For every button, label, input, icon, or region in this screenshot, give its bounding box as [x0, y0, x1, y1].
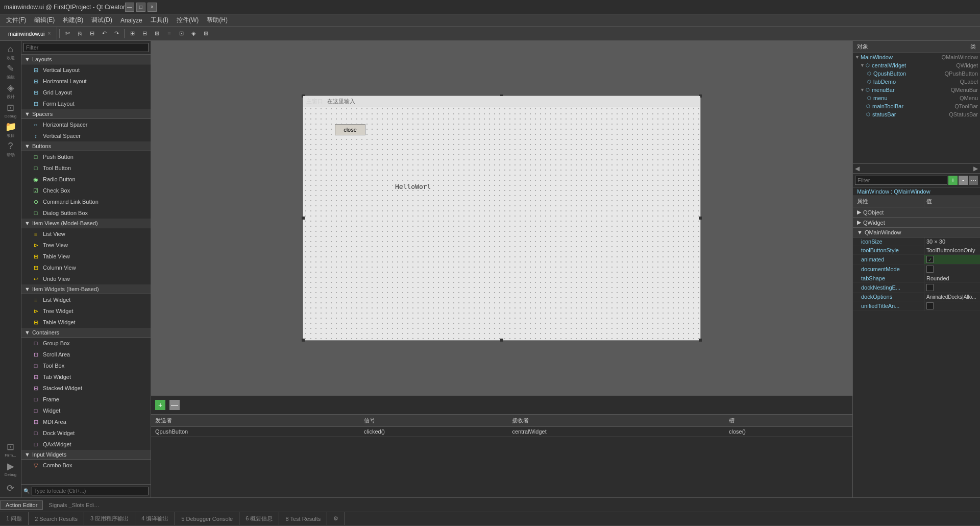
scroll-left-arrow[interactable]: ◀ — [855, 165, 860, 172]
status-compile-output[interactable]: 4 编译输出 — [135, 512, 175, 525]
sidebar-item-vertical-spacer[interactable]: ↕ Vertical Spacer — [21, 130, 151, 141]
scroll-right-arrow[interactable]: ▶ — [973, 165, 978, 172]
status-debugger-console[interactable]: 5 Debugger Console — [175, 512, 239, 525]
animated-checkbox[interactable] — [926, 256, 934, 263]
prop-value-docknestinge[interactable] — [924, 283, 980, 292]
activity-help[interactable]: ? 帮助 — [2, 140, 20, 158]
group-buttons[interactable]: ▼ Buttons — [21, 141, 151, 151]
group-input-widgets[interactable]: ▼ Input Widgets — [21, 450, 151, 460]
documentmode-checkbox[interactable] — [926, 266, 934, 273]
menu-help[interactable]: 帮助(H) — [203, 15, 232, 26]
filter-input[interactable] — [23, 43, 149, 52]
prop-value-iconsize[interactable]: 30 × 30 — [924, 237, 980, 246]
menu-analyze[interactable]: Analyze — [116, 16, 146, 25]
prop-remove-button[interactable]: - — [959, 176, 968, 185]
editor-tab-mainwindow[interactable]: mainwindow.ui × — [2, 27, 57, 40]
toolbar-btn-10[interactable]: ⊡ — [176, 28, 187, 39]
status-search-results[interactable]: 2 Search Results — [29, 512, 84, 525]
sidebar-item-table-widget[interactable]: ⊞ Table Widget — [21, 317, 151, 328]
maximize-button[interactable]: □ — [136, 3, 145, 12]
sidebar-item-scroll-area[interactable]: ⊡ Scroll Area — [21, 349, 151, 360]
activity-refresh[interactable]: ⟳ — [2, 479, 20, 497]
obj-row-centralwidget[interactable]: ▼ ⬡ centralWidget QWidget — [853, 61, 980, 69]
prop-value-dockoptions[interactable]: AnimatedDocks|Allo... — [924, 293, 980, 301]
group-containers[interactable]: ▼ Containers — [21, 328, 151, 338]
prop-value-unifiedtitlean[interactable] — [924, 301, 980, 310]
sidebar-item-group-box[interactable]: □ Group Box — [21, 338, 151, 349]
close-button[interactable]: × — [148, 3, 157, 12]
group-item-views[interactable]: ▼ Item Views (Model-Based) — [21, 219, 151, 228]
sidebar-item-list-widget[interactable]: ≡ List Widget — [21, 294, 151, 305]
obj-row-maintoolbar[interactable]: ⬡ mainToolBar QToolBar — [853, 102, 980, 110]
sidebar-item-widget[interactable]: □ Widget — [21, 405, 151, 416]
toolbar-btn-9[interactable]: ≡ — [163, 28, 175, 39]
sidebar-item-column-view[interactable]: ⊟ Column View — [21, 262, 151, 273]
toolbar-btn-11[interactable]: ◈ — [188, 28, 199, 39]
resize-handle-br[interactable] — [699, 339, 702, 342]
minimize-button[interactable]: — — [125, 3, 134, 12]
sidebar-item-horizontal-spacer[interactable]: ↔ Horizontal Spacer — [21, 119, 151, 130]
obj-row-qpushbutton[interactable]: ⬡ QpushButton QPushButton — [853, 69, 980, 78]
prop-value-tabshape[interactable]: Rounded — [924, 274, 980, 282]
prop-value-toolbuttonstyle[interactable]: ToolButtonIconOnly — [924, 246, 980, 254]
status-app-output[interactable]: 3 应用程序输出 — [84, 512, 135, 525]
sidebar-item-list-view[interactable]: ≡ List View — [21, 228, 151, 240]
obj-row-mainwindow[interactable]: ▼ MainWindow QMainWindow — [853, 53, 980, 61]
group-layouts[interactable]: ▼ Layouts — [21, 55, 151, 64]
sidebar-item-grid-layout[interactable]: ⊟ Grid Layout — [21, 87, 151, 98]
sidebar-item-dialog-button-box[interactable]: □ Dialog Button Box — [21, 207, 151, 219]
group-item-widgets[interactable]: ▼ Item Widgets (Item-Based) — [21, 284, 151, 294]
sidebar-item-table-view[interactable]: ⊞ Table View — [21, 251, 151, 262]
sidebar-item-tool-button[interactable]: □ Tool Button — [21, 162, 151, 174]
toolbar-btn-6[interactable]: ⊞ — [127, 28, 138, 39]
sidebar-item-tool-box[interactable]: □ Tool Box — [21, 360, 151, 371]
toolbar-btn-1[interactable]: ✄ — [62, 28, 73, 39]
sidebar-item-form-layout[interactable]: ⊟ Form Layout — [21, 98, 151, 109]
sidebar-item-combo-box[interactable]: ▽ Combo Box — [21, 460, 151, 471]
sidebar-item-stacked-widget[interactable]: ⊟ Stacked Widget — [21, 382, 151, 394]
activity-projects[interactable]: 📁 项目 — [2, 121, 20, 139]
activity-debug[interactable]: ⊡ Debug — [2, 101, 20, 119]
obj-row-menu[interactable]: ⬡ menu QMenu — [853, 94, 980, 102]
obj-row-menubar[interactable]: ▼ ⬡ menuBar QMenuBar — [853, 86, 980, 94]
menu-edit[interactable]: 编辑(E) — [30, 15, 59, 26]
activity-firmware[interactable]: ⊡ Firm... — [2, 440, 20, 459]
sidebar-item-mdi-area[interactable]: ⊟ MDI Area — [21, 416, 151, 427]
tab-action-editor[interactable]: Action Editor — [0, 500, 43, 510]
toolbar-btn-5[interactable]: ↷ — [111, 28, 122, 39]
sidebar-item-tree-view[interactable]: ⊳ Tree View — [21, 240, 151, 251]
sidebar-item-vertical-layout[interactable]: ⊟ Vertical Layout — [21, 64, 151, 76]
toolbar-btn-7[interactable]: ⊟ — [139, 28, 150, 39]
docknestinge-checkbox[interactable] — [926, 284, 934, 291]
resize-handle-ml[interactable] — [302, 217, 305, 220]
resize-handle-bl[interactable] — [302, 339, 305, 342]
status-problems[interactable]: 1 问题 — [0, 512, 29, 525]
toolbar-btn-4[interactable]: ↶ — [99, 28, 110, 39]
prop-filter-input[interactable] — [855, 176, 947, 185]
toolbar-btn-8[interactable]: ⊠ — [151, 28, 162, 39]
toolbar-btn-3[interactable]: ⊟ — [86, 28, 97, 39]
menu-debug[interactable]: 调试(D) — [87, 15, 116, 26]
sidebar-item-dock-widget[interactable]: □ Dock Widget — [21, 427, 151, 439]
status-gear-icon[interactable]: ⚙ — [327, 512, 345, 525]
tab-signals-slots[interactable]: Signals _Slots Edi… — [43, 500, 105, 510]
status-overview[interactable]: 6 概要信息 — [239, 512, 279, 525]
obj-row-statusbar[interactable]: ⬡ statusBar QStatusBar — [853, 110, 980, 118]
prop-add-button[interactable]: + — [948, 176, 958, 185]
resize-handle-mr[interactable] — [699, 217, 702, 220]
menu-file[interactable]: 文件(F) — [2, 15, 30, 26]
prop-group-qwidget[interactable]: ▶ QWidget — [853, 218, 980, 228]
canvas-area[interactable]: 主窗口 在这里输入 close HelloWorl — [151, 41, 852, 395]
tab-close-icon[interactable]: × — [48, 31, 51, 36]
group-spacers[interactable]: ▼ Spacers — [21, 109, 151, 119]
sidebar-item-qaxwidget[interactable]: □ QAxWidget — [21, 439, 151, 450]
activity-run[interactable]: ▶ Debug — [2, 460, 20, 478]
toolbar-btn-2[interactable]: ⎘ — [74, 28, 85, 39]
sidebar-item-horizontal-layout[interactable]: ⊞ Horizontal Layout — [21, 76, 151, 87]
sidebar-item-frame[interactable]: □ Frame — [21, 394, 151, 405]
sidebar-item-push-button[interactable]: □ Push Button — [21, 151, 151, 162]
activity-design[interactable]: ◈ 设计 — [2, 82, 20, 100]
unifiedtitlean-checkbox[interactable] — [926, 302, 934, 309]
sidebar-item-radio-button[interactable]: ◉ Radio Button — [21, 174, 151, 185]
prop-value-documentmode[interactable] — [924, 265, 980, 274]
